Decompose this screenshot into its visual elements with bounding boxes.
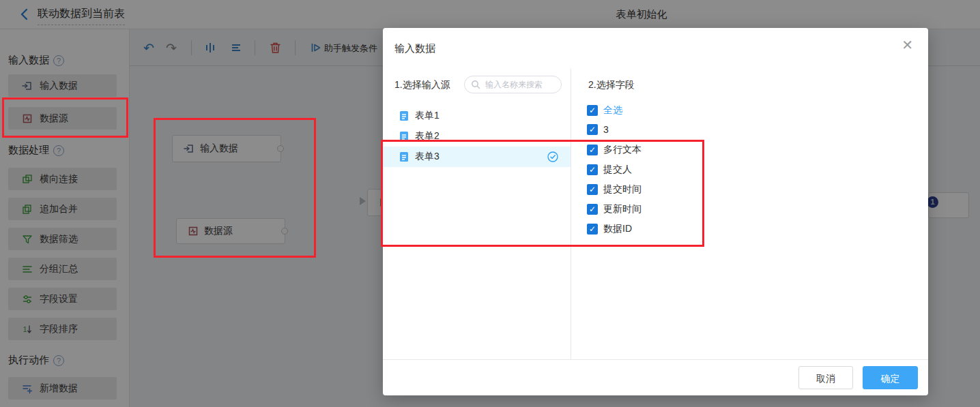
source-item-form1[interactable]: 表单1	[383, 106, 571, 126]
search-icon	[471, 80, 480, 89]
cancel-button[interactable]: 取消	[798, 366, 853, 389]
confirm-button[interactable]: 确定	[863, 366, 918, 389]
source-item-form2[interactable]: 表单2	[383, 126, 571, 147]
checkbox-checked-icon[interactable]: ✓	[587, 224, 598, 235]
field-label: 提交时间	[603, 183, 642, 196]
column-divider	[571, 69, 571, 360]
form-doc-icon	[399, 110, 409, 121]
input-data-modal: 输入数据 ✕ 1.选择输入源 表单1 表单2 表单3 2.选择字段 ✓ 全选	[383, 28, 928, 395]
field-label: 多行文本	[603, 144, 642, 156]
select-all-link[interactable]: 全选	[603, 104, 622, 117]
source-item-label: 表单3	[415, 151, 439, 163]
form-doc-icon	[399, 131, 409, 142]
checkbox-checked-icon[interactable]: ✓	[587, 204, 598, 215]
checkbox-field-submit-time[interactable]: ✓ 提交时间	[587, 183, 642, 196]
source-item-label: 表单2	[415, 130, 439, 142]
field-label: 更新时间	[603, 203, 642, 215]
app-window: 联动数据到当前表 表单初始化 输入数据 ? 输入数据 数据源 数据处理 ? 横向…	[0, 0, 980, 407]
modal-title: 输入数据	[394, 42, 435, 55]
checkbox-checked-icon[interactable]: ✓	[587, 164, 598, 175]
checkbox-field-update-time[interactable]: ✓ 更新时间	[587, 203, 642, 215]
checkbox-field-submitter[interactable]: ✓ 提交人	[587, 164, 632, 176]
checkbox-field-multiline[interactable]: ✓ 多行文本	[587, 144, 642, 156]
source-item-label: 表单1	[415, 110, 439, 122]
checkbox-select-all[interactable]: ✓ 全选	[587, 104, 622, 117]
checkbox-checked-icon[interactable]: ✓	[587, 124, 598, 135]
checkbox-checked-icon[interactable]: ✓	[587, 145, 598, 155]
checkbox-field-3[interactable]: ✓ 3	[587, 124, 609, 135]
close-icon[interactable]: ✕	[902, 38, 913, 52]
field-label: 数据ID	[603, 223, 632, 235]
check-circle-icon	[547, 151, 558, 162]
checkbox-field-data-id[interactable]: ✓ 数据ID	[587, 223, 632, 235]
source-search	[464, 76, 562, 93]
modal-footer: 取消 确定	[383, 359, 928, 395]
checkbox-checked-icon[interactable]: ✓	[587, 105, 598, 116]
fields-section-label: 2.选择字段	[588, 79, 635, 91]
source-item-form3-selected[interactable]: 表单3	[383, 147, 571, 167]
field-label: 提交人	[603, 164, 632, 176]
checkbox-checked-icon[interactable]: ✓	[587, 184, 598, 195]
source-section-label: 1.选择输入源	[394, 79, 450, 91]
form-doc-icon	[399, 151, 409, 162]
field-label: 3	[603, 124, 609, 135]
